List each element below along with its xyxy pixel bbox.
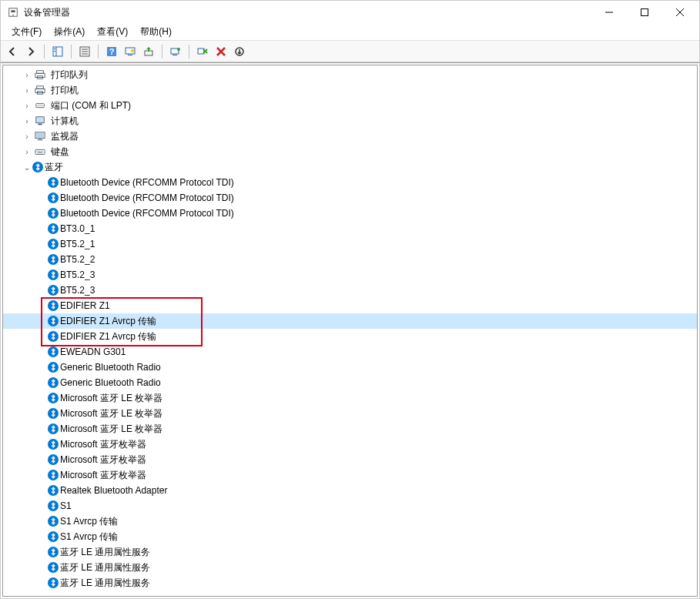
node-label: BT5.2_3 [59,284,96,296]
close-button[interactable] [662,1,698,24]
menu-view[interactable]: 查看(V) [91,24,134,40]
bt-device-item[interactable]: ›S1 [3,498,697,514]
help-button[interactable]: ? [103,43,120,60]
device-tree-panel[interactable]: ›打印队列›打印机›端口 (COM 和 LPT)›计算机›监视器›键盘⌄蓝牙›B… [2,65,698,597]
chevron-right-icon[interactable]: › [22,100,32,111]
bt-device-item[interactable]: ›EWEADN G301 [3,344,697,360]
node-label: Generic Bluetooth Radio [59,376,162,389]
node-label: Bluetooth Device (RFCOMM Protocol TDI) [59,207,236,219]
chevron-right-icon[interactable]: › [22,146,32,157]
bluetooth-icon [48,408,59,419]
bluetooth-icon [48,485,59,496]
bt-device-item[interactable]: ›Bluetooth Device (RFCOMM Protocol TDI) [3,190,697,206]
node-label: Bluetooth Device (RFCOMM Protocol TDI) [59,176,236,189]
forward-button[interactable] [22,43,39,60]
bluetooth-icon [48,331,59,342]
node-label: Realtek Bluetooth Adapter [59,484,169,497]
bt-device-item[interactable]: ›Microsoft 蓝牙 LE 枚举器 [3,421,697,437]
category-port[interactable]: ›端口 (COM 和 LPT) [3,98,697,113]
bluetooth-icon [48,177,59,188]
node-label: S1 Avrcp 传输 [59,514,119,529]
category-printer[interactable]: ›打印机 [3,82,697,98]
bt-device-item[interactable]: ›S1 Avrcp 传输 [3,529,697,544]
chevron-down-icon[interactable]: ⌄ [22,162,32,172]
bluetooth-icon [48,208,59,219]
maximize-button[interactable] [627,1,662,24]
chevron-right-icon[interactable]: › [22,85,32,95]
bt-device-item[interactable]: ›Generic Bluetooth Radio [3,360,697,375]
node-label: Microsoft 蓝牙 LE 枚举器 [59,407,164,421]
menu-help[interactable]: 帮助(H) [134,24,178,40]
bluetooth-icon [48,223,59,234]
menu-action[interactable]: 操作(A) [48,24,91,40]
category-keyboard[interactable]: ›键盘 [3,144,697,159]
category-monitor[interactable]: ›监视器 [3,129,697,144]
bt-device-item[interactable]: ›Generic Bluetooth Radio [3,375,697,390]
bt-device-item[interactable]: ›Microsoft 蓝牙 LE 枚举器 [3,390,697,406]
bt-device-item[interactable]: ›Microsoft 蓝牙枚举器 [3,437,697,452]
category-bluetooth[interactable]: ⌄蓝牙 [3,159,697,175]
bt-device-item[interactable]: ›蓝牙 LE 通用属性服务 [3,544,697,560]
node-label: Microsoft 蓝牙枚举器 [59,453,148,467]
node-label: 蓝牙 [43,160,65,175]
svg-point-23 [177,48,180,51]
bt-device-item[interactable]: ›Bluetooth Device (RFCOMM Protocol TDI) [3,175,697,190]
bt-device-item[interactable]: ›BT5.2_3 [3,267,697,283]
bluetooth-icon [48,393,59,403]
show-hide-tree-button[interactable] [49,43,66,60]
node-label: Microsoft 蓝牙 LE 枚举器 [59,422,164,437]
update-driver-button[interactable] [140,43,157,60]
bt-device-item[interactable]: ›BT5.2_2 [3,252,697,267]
bluetooth-icon [48,439,59,450]
bt-device-item[interactable]: ›Realtek Bluetooth Adapter [3,483,697,498]
uninstall-device-button[interactable] [194,43,211,60]
bt-device-item[interactable]: ›EDIFIER Z1 Avrcp 传输 [3,329,697,344]
svg-point-2 [12,15,14,16]
menubar: 文件(F) 操作(A) 查看(V) 帮助(H) [1,24,699,41]
bt-device-item[interactable]: ›BT5.2_1 [3,236,697,252]
bt-device-item[interactable]: ›蓝牙 LE 通用属性服务 [3,575,697,591]
svg-rect-1 [11,10,15,12]
category-printer[interactable]: ›打印队列 [3,67,697,82]
svg-rect-9 [54,49,55,49]
chevron-right-icon[interactable]: › [22,69,32,80]
app-icon [7,6,19,18]
content-area: ›打印队列›打印机›端口 (COM 和 LPT)›计算机›监视器›键盘⌄蓝牙›B… [1,62,699,598]
node-label: Generic Bluetooth Radio [59,361,162,373]
bt-device-item[interactable]: ›Microsoft 蓝牙 LE 枚举器 [3,406,697,421]
delete-button[interactable] [213,43,229,60]
enable-device-button[interactable] [167,43,184,60]
node-label: S1 [59,500,73,512]
bt-device-item[interactable]: ›Microsoft 蓝牙枚举器 [3,467,697,483]
bt-device-item[interactable]: ›EDIFIER Z1 [3,298,697,313]
bluetooth-icon [48,531,59,542]
bluetooth-icon [48,362,59,373]
scan-hardware-button[interactable] [122,43,139,60]
bluetooth-icon [48,269,59,280]
toolbar-separator [162,45,162,59]
node-label: 打印机 [49,83,80,98]
menu-file[interactable]: 文件(F) [5,24,48,40]
bt-device-item[interactable]: ›Bluetooth Device (RFCOMM Protocol TDI) [3,206,697,221]
bluetooth-icon [48,516,59,527]
scan-changes-button[interactable] [231,43,248,60]
chevron-right-icon[interactable]: › [22,131,32,142]
pc-icon [34,115,46,127]
properties-button[interactable] [76,43,93,60]
bt-device-item[interactable]: ›蓝牙 LE 通用属性服务 [3,560,697,575]
bt-device-item[interactable]: ›S1 Avrcp 传输 [3,514,697,529]
back-button[interactable] [4,43,21,60]
minimize-button[interactable] [591,1,627,24]
bt-device-item[interactable]: ›BT5.2_3 [3,283,697,298]
category-pc[interactable]: ›计算机 [3,113,697,129]
bt-device-item[interactable]: ›EDIFIER Z1 Avrcp 传输 [3,313,697,329]
bt-device-item[interactable]: ›Microsoft 蓝牙枚举器 [3,452,697,467]
bluetooth-icon [48,423,59,434]
chevron-right-icon[interactable]: › [22,115,32,126]
bluetooth-icon [48,300,59,311]
node-label: 蓝牙 LE 通用属性服务 [59,545,152,560]
bt-device-item[interactable]: ›BT3.0_1 [3,221,697,236]
device-manager-window: 设备管理器 文件(F) 操作(A) 查看(V) 帮助(H) [0,0,700,599]
node-label: 打印队列 [49,68,89,82]
bluetooth-icon [48,377,59,388]
